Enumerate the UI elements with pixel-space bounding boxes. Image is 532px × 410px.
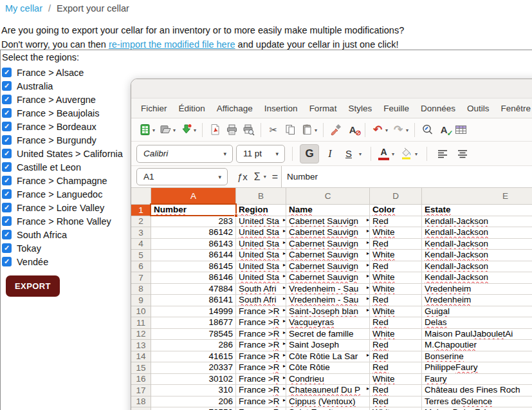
cell-B9[interactable]: South Afri▸ (236, 295, 286, 306)
cell-A3[interactable]: 86142 (151, 227, 236, 239)
cell-E5[interactable]: Kendall-Jackson (422, 250, 532, 261)
cell-B13[interactable]: France > R▸ (236, 340, 286, 351)
undo-dropdown-caret[interactable]: ▾ (385, 127, 388, 133)
cell-A18[interactable]: 206 (151, 396, 236, 408)
menu-item-affichage[interactable]: Affichage (211, 104, 259, 113)
cell-D18[interactable]: Red (370, 396, 422, 408)
menu-item-styles[interactable]: Styles (342, 104, 378, 113)
cell-A8[interactable]: 47884 (151, 284, 236, 295)
menu-item-fichier[interactable]: Fichier (135, 104, 173, 113)
cell-D10[interactable]: White (370, 306, 422, 318)
row-header-17[interactable]: 17 (131, 385, 151, 396)
row-header-10[interactable]: 10 (131, 306, 151, 318)
cell-E2[interactable]: Kendall-Jackson (422, 216, 532, 228)
row-header-15[interactable]: 15 (131, 362, 151, 374)
checkbox-checked-icon[interactable]: ✓ (2, 203, 12, 212)
cell-D13[interactable]: Red (370, 340, 422, 351)
font-color-caret-icon[interactable]: ▾ (392, 151, 394, 157)
cell-D4[interactable]: Red (370, 239, 422, 250)
column-header-E[interactable]: E (422, 188, 532, 205)
checkbox-checked-icon[interactable]: ✓ (2, 216, 12, 226)
menu-item-edition[interactable]: Édition (173, 104, 211, 113)
cell-D15[interactable]: Red (370, 362, 422, 374)
redo-icon[interactable]: ↷ (390, 122, 407, 138)
cell-E13[interactable]: M. Chapoutier (422, 340, 532, 351)
row-header-4[interactable]: 4 (131, 239, 151, 250)
reimport-link[interactable]: re-import the modified file here (109, 39, 235, 50)
menu-item-fenetre[interactable]: Fenêtre (495, 104, 532, 113)
clear-formatting-icon[interactable]: A⊘ (344, 122, 361, 138)
menu-item-feuille[interactable]: Feuille (378, 104, 415, 113)
cell-D8[interactable]: White (370, 284, 422, 295)
cell-B10[interactable]: France > R▸ (236, 306, 286, 318)
name-box-caret-icon[interactable]: ▾ (212, 174, 227, 180)
cell-A13[interactable]: 286 (151, 340, 236, 351)
cell-E8[interactable]: Vredenheim (422, 284, 532, 295)
cell-B12[interactable]: France > R▸ (236, 329, 286, 340)
cell-C16[interactable]: Condrieu (286, 374, 370, 386)
clone-formatting-icon[interactable] (327, 122, 344, 138)
column-header-C[interactable]: C (286, 188, 370, 205)
cell-C7[interactable]: Cabernet Sauvign▸ (286, 272, 370, 284)
font-name-combo[interactable]: Calibri ▾ (136, 145, 233, 163)
sheet-corner-box[interactable] (131, 188, 151, 205)
row-header-19[interactable]: 19 (131, 407, 151, 410)
highlight-color-button[interactable] (399, 145, 412, 163)
cell-C15[interactable]: Côte Rôtie (286, 362, 370, 374)
formula-input[interactable]: Number (281, 166, 532, 187)
cell-D11[interactable]: Red (370, 317, 422, 329)
formula-equals-icon[interactable]: = (269, 171, 281, 183)
checkbox-checked-icon[interactable]: ✓ (2, 230, 12, 239)
cell-A10[interactable]: 14999 (151, 306, 236, 318)
cell-A9[interactable]: 86141 (151, 295, 236, 306)
column-header-B[interactable]: B (236, 188, 286, 205)
bold-button[interactable]: G (300, 144, 319, 163)
cell-A15[interactable]: 20337 (151, 362, 236, 374)
cell-E18[interactable]: Terres de Solence (422, 396, 532, 408)
cell-B18[interactable]: France > R▸ (236, 396, 286, 408)
redo-dropdown-caret[interactable]: ▾ (406, 127, 408, 133)
cell-A14[interactable]: 41615 (151, 351, 236, 363)
spelling-icon[interactable]: A✓ (436, 122, 452, 138)
cell-E16[interactable]: Faury (422, 374, 532, 386)
cell-A19[interactable]: 78550 (151, 407, 236, 410)
cell-A11[interactable]: 18677 (151, 317, 236, 329)
cell-C8[interactable]: Vredenheim - Sau▸ (286, 284, 370, 295)
cell-B7[interactable]: United Sta▸ (236, 272, 286, 284)
undo-icon[interactable]: ↶ (369, 122, 386, 138)
cell-B4[interactable]: United Sta▸ (236, 239, 286, 250)
row-header-5[interactable]: 5 (131, 250, 151, 261)
cell-E17[interactable]: Château des Fines Roch (422, 385, 532, 396)
cell-C5[interactable]: Cabernet Sauvign▸ (286, 250, 370, 261)
cell-A6[interactable]: 86145 (151, 261, 236, 273)
checkbox-checked-icon[interactable]: ✓ (2, 189, 12, 199)
cell-E12[interactable]: Maison Paul Jaboulet Ai (422, 329, 532, 340)
breadcrumb-my-cellar-link[interactable]: My cellar (5, 3, 42, 14)
function-wizard-icon[interactable]: ƒx (234, 171, 251, 182)
row-header-6[interactable]: 6 (131, 261, 151, 273)
checkbox-checked-icon[interactable]: ✓ (2, 135, 12, 145)
checkbox-checked-icon[interactable]: ✓ (2, 122, 12, 131)
cell-B11[interactable]: France > R▸ (236, 317, 286, 329)
row-header-14[interactable]: 14 (131, 351, 151, 363)
cell-E9[interactable]: Vredenheim (422, 295, 532, 306)
cell-D12[interactable]: White (370, 329, 422, 340)
cell-C14[interactable]: Côte Rôtie La Sar▸ (286, 351, 370, 363)
underline-button[interactable]: S (341, 145, 356, 162)
italic-button[interactable]: I (322, 145, 338, 162)
cell-B16[interactable]: France > R▸ (236, 374, 286, 386)
menu-item-format[interactable]: Format (304, 104, 343, 113)
cell-D9[interactable]: Red (370, 295, 422, 306)
row-header-3[interactable]: 3 (131, 227, 151, 239)
region-checkbox-item[interactable]: ✓France > Alsace (2, 66, 532, 79)
sum-icon[interactable]: Σ (251, 171, 264, 183)
cell-C19[interactable]: Saint Esprit (286, 407, 370, 410)
row-header-16[interactable]: 16 (131, 374, 151, 386)
cell-B3[interactable]: United Sta▸ (236, 227, 286, 239)
row-header-8[interactable]: 8 (131, 284, 151, 295)
font-size-caret-icon[interactable]: ▾ (270, 151, 284, 157)
checkbox-checked-icon[interactable]: ✓ (2, 243, 12, 253)
cell-E11[interactable]: Delas (422, 317, 532, 329)
export-pdf-icon[interactable] (206, 122, 223, 138)
cell-D3[interactable]: White (370, 227, 422, 239)
